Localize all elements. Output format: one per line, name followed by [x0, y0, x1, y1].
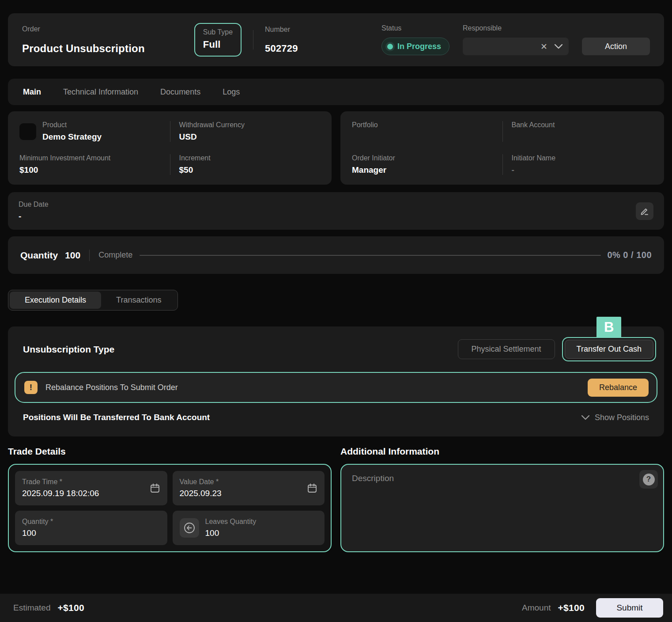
chevron-down-icon — [555, 44, 563, 49]
transfer-out-cash-highlight: B Transfer Out Cash — [562, 337, 656, 361]
status-text: In Progress — [397, 42, 441, 51]
bank-account-cell: Bank Account — [502, 121, 653, 142]
show-positions-label: Show Positions — [595, 413, 649, 422]
order-initiator-value: Manager — [352, 165, 502, 175]
initiator-name-cell: Initiator Name - — [502, 154, 653, 175]
trade-time-field[interactable]: Trade Time * 2025.09.19 18:02:06 — [15, 471, 167, 505]
question-icon: ? — [643, 474, 655, 485]
chevron-down-icon — [581, 415, 589, 420]
tab-main[interactable]: Main — [23, 87, 41, 97]
minimum-investment-value: $100 — [19, 165, 170, 175]
tab-execution-details[interactable]: Execution Details — [10, 292, 101, 309]
trade-time-label: Trade Time * — [22, 478, 144, 486]
unsubscription-type-row: Unsubscription Type Physical Settlement … — [8, 326, 664, 370]
quantity-field-value: 100 — [22, 528, 160, 538]
action-button[interactable]: Action — [582, 38, 650, 55]
product-panel: Product Demo Strategy Withdrawal Currenc… — [8, 111, 332, 185]
bottom-columns: Trade Details Trade Time * 2025.09.19 18… — [8, 446, 664, 552]
quantity-progress-track — [140, 255, 601, 256]
amount-value: +$100 — [558, 603, 585, 613]
page-title: Product Unsubscription — [22, 42, 145, 55]
status-badge: In Progress — [381, 38, 449, 55]
bank-account-label: Bank Account — [512, 121, 653, 129]
unsubscription-type-title: Unsubscription Type — [23, 344, 114, 355]
value-date-value: 2025.09.23 — [180, 489, 302, 498]
quantity-field-label: Quantity * — [22, 518, 160, 526]
show-positions-toggle[interactable]: Show Positions — [581, 413, 649, 422]
value-date-label: Value Date * — [180, 478, 302, 486]
tab-transactions[interactable]: Transactions — [101, 292, 176, 309]
trade-details-box: Trade Time * 2025.09.19 18:02:06 Value D… — [8, 464, 332, 552]
estimated-value: +$100 — [57, 603, 84, 613]
calendar-icon — [150, 483, 160, 493]
rebalance-button[interactable]: Rebalance — [588, 379, 649, 397]
initiator-name-value: - — [512, 165, 653, 175]
annotation-badge-b: B — [596, 317, 621, 338]
amount-label: Amount — [522, 603, 551, 613]
header-right: Status In Progress Responsible ✕ Action — [381, 24, 650, 55]
tab-logs[interactable]: Logs — [223, 87, 240, 97]
warning-icon: ! — [24, 381, 38, 394]
unsubscription-section: Unsubscription Type Physical Settlement … — [8, 326, 664, 436]
rebalance-banner: ! Rebalance Positions To Submit Order Re… — [15, 372, 657, 403]
quantity-progress-row: Quantity 100 Complete 0% 0 / 100 — [8, 236, 664, 274]
order-page: Order Product Unsubscription Sub Type Fu… — [0, 0, 672, 594]
portfolio-label: Portfolio — [352, 121, 502, 129]
positions-note: Positions Will Be Transferred To Bank Ac… — [23, 413, 210, 422]
responsible-select[interactable]: ✕ — [463, 38, 569, 55]
sub-type-label: Sub Type — [203, 28, 233, 36]
order-header: Order Product Unsubscription Sub Type Fu… — [8, 13, 664, 66]
rebalance-banner-message: Rebalance Positions To Submit Order — [45, 383, 178, 392]
physical-settlement-button[interactable]: Physical Settlement — [458, 339, 555, 359]
status-dot-icon — [387, 44, 393, 49]
quantity-progress-text: 0% 0 / 100 — [607, 250, 652, 260]
trade-time-value: 2025.09.19 18:02:06 — [22, 489, 144, 498]
calendar-icon — [307, 483, 317, 493]
clear-icon[interactable]: ✕ — [540, 42, 547, 51]
quantity-field[interactable]: Quantity * 100 — [15, 511, 167, 545]
due-date-value: - — [19, 212, 49, 221]
increment-label: Increment — [179, 154, 321, 162]
quantity-label: Quantity — [20, 250, 58, 261]
pencil-icon — [640, 207, 649, 216]
tab-technical-information[interactable]: Technical Information — [63, 87, 138, 97]
portfolio-value — [352, 132, 502, 142]
description-input[interactable] — [352, 474, 632, 542]
product-value: Demo Strategy — [42, 132, 102, 142]
withdrawal-currency-cell: Withdrawal Currency USD — [170, 121, 321, 142]
unsubscription-type-buttons: Physical Settlement B Transfer Out Cash — [458, 337, 656, 361]
product-label: Product — [42, 121, 102, 129]
due-date-label: Due Date — [19, 201, 49, 209]
order-initiator-cell: Order Initiator Manager — [352, 154, 502, 175]
order-initiator-label: Order Initiator — [352, 154, 502, 162]
header-divider — [253, 30, 253, 49]
order-title-block: Order Product Unsubscription — [22, 25, 145, 55]
status-block: Status In Progress — [381, 24, 449, 55]
description-help-button[interactable]: ? — [639, 470, 658, 489]
submit-button[interactable]: Submit — [596, 598, 663, 618]
arrow-left-circle-icon — [183, 522, 196, 534]
sub-type-highlight-box: Sub Type Full — [194, 23, 242, 57]
due-date-row: Due Date - — [8, 192, 664, 230]
value-date-field[interactable]: Value Date * 2025.09.23 — [173, 471, 325, 505]
quantity-value: 100 — [65, 250, 80, 261]
tab-documents[interactable]: Documents — [160, 87, 200, 97]
positions-row: Positions Will Be Transferred To Bank Ac… — [8, 403, 664, 433]
main-tabbar: Main Technical Information Documents Log… — [8, 79, 664, 105]
complete-label: Complete — [98, 250, 132, 260]
order-number-block: Number 502729 — [265, 26, 298, 54]
minimum-investment-label: Minimum Investment Amount — [19, 154, 170, 162]
transfer-out-cash-button[interactable]: Transfer Out Cash — [565, 340, 653, 359]
number-label: Number — [265, 26, 298, 34]
additional-information-box: ? — [340, 464, 664, 552]
increment-cell: Increment $50 — [170, 154, 321, 175]
additional-information-column: Additional Information ? — [340, 446, 664, 552]
portfolio-cell: Portfolio — [352, 121, 502, 142]
trade-details-column: Trade Details Trade Time * 2025.09.19 18… — [8, 446, 332, 552]
additional-information-title: Additional Information — [340, 446, 664, 457]
portfolio-panel: Portfolio Bank Account Order Initiator M… — [340, 111, 664, 185]
bank-account-value — [512, 132, 653, 142]
copy-leaves-quantity-button[interactable] — [180, 518, 199, 538]
edit-due-date-button[interactable] — [636, 202, 653, 220]
quantity-divider — [89, 250, 90, 261]
